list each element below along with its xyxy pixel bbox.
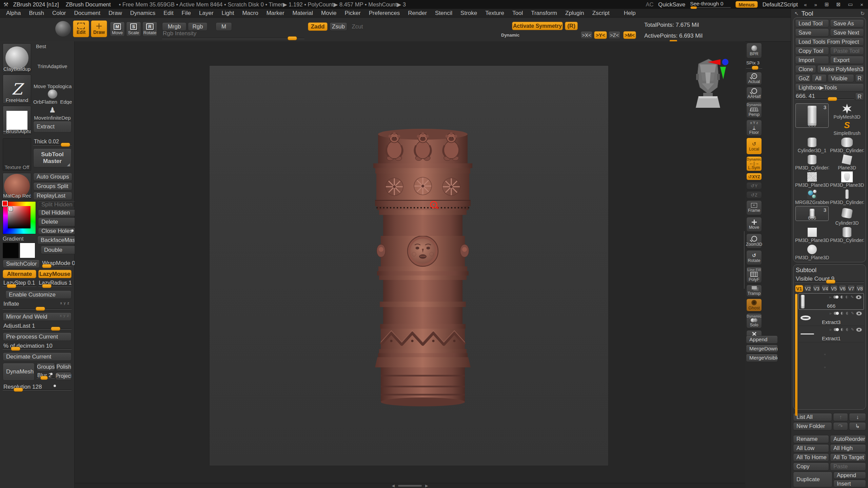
color-picker[interactable] — [3, 201, 36, 234]
save-as-button[interactable]: Save As — [830, 19, 864, 27]
folder-redo-button[interactable]: ↷ — [833, 422, 848, 430]
clone-button[interactable]: Clone — [795, 65, 816, 73]
menu-tool[interactable]: Tool — [508, 9, 527, 17]
tray-scrollbar[interactable] — [744, 231, 745, 289]
copy-subtool-button[interactable]: Copy — [793, 463, 829, 471]
decimate-current-button[interactable]: Decimate Current — [3, 352, 72, 361]
mirror-and-weld-button[interactable]: Mirror And Weld x y z — [3, 312, 72, 321]
bottom-scrollbar[interactable]: ◀ ▶ — [75, 483, 745, 488]
enable-customize-button[interactable]: Enable Customize — [5, 290, 72, 299]
decimation-slider[interactable]: % of decimation 10 — [3, 342, 72, 351]
menu-help[interactable]: Help — [620, 9, 640, 17]
vtab-v3[interactable]: V3 — [812, 285, 821, 292]
close-button[interactable]: × — [859, 2, 865, 7]
tool-thumb-666-active[interactable]: 3 666 — [795, 103, 829, 136]
mergevisible-quick-button[interactable]: MergeVisible — [746, 354, 778, 362]
move-mode-button[interactable]: M Move — [110, 22, 125, 37]
uv-icon[interactable] — [841, 312, 844, 315]
menu-picker[interactable]: Picker — [340, 9, 364, 17]
symmetry-y-button[interactable]: >Y< — [594, 31, 607, 39]
menu-transform[interactable]: Transform — [527, 9, 561, 17]
sculpt-brush-icon[interactable]: ✎ — [851, 327, 854, 332]
tool-thumb-cylinder3d1[interactable]: Cylinder3D_1 — [795, 137, 829, 153]
subtool-scrollbar[interactable] — [795, 294, 797, 416]
tool-thumb-cylinder3d[interactable]: Cylinder3D — [830, 206, 864, 226]
polypaint-icon[interactable] — [834, 328, 839, 331]
zadd-button[interactable]: Zadd — [308, 22, 328, 31]
tool-thumb-simplebrush[interactable]: S — [830, 120, 864, 130]
save-button[interactable]: Save — [795, 28, 829, 37]
menu-texture[interactable]: Texture — [481, 9, 508, 17]
sculpt-brush-icon[interactable]: ✎ — [851, 295, 854, 299]
ghost-button[interactable]: Ghost — [746, 299, 762, 311]
rgb-intensity-slider[interactable]: Rgb Intensity — [162, 30, 304, 41]
goz-r-button[interactable]: R — [855, 74, 864, 82]
lazystep-slider[interactable]: LazyStep 0.1 — [3, 280, 36, 288]
load-tools-from-project-button[interactable]: Load Tools From Project — [795, 38, 864, 46]
bpr-button[interactable]: BPR — [746, 43, 762, 58]
visible-count-handle[interactable] — [826, 280, 835, 284]
displacement-icon[interactable] — [846, 328, 849, 331]
local-button[interactable]: ↺ Local — [746, 138, 762, 155]
insert-button[interactable]: Insert — [833, 480, 866, 487]
menu-draw[interactable]: Draw — [104, 9, 126, 17]
menu-render[interactable]: Render — [404, 9, 431, 17]
tool-thumb-pm3dplane-a[interactable]: PM3D_Plane3D — [795, 171, 829, 188]
tool-thumb-pm3dcylinder-b[interactable]: PM3D_Cylinder3 — [795, 154, 829, 170]
preprocess-current-button[interactable]: Pre-process Current — [3, 332, 72, 341]
uv-icon[interactable] — [841, 296, 844, 299]
menu-stroke[interactable]: Stroke — [456, 9, 481, 17]
tool-thumb-pm3dplane-b[interactable]: PM3D_Plane3D_ — [830, 171, 864, 188]
tool-thumb-pm3dplane-c[interactable]: PM3D_Plane3D_ — [795, 227, 829, 243]
aahalf-button[interactable]: AAHalf — [746, 87, 762, 100]
symmetry-r-button[interactable]: (R) — [565, 22, 578, 30]
thick-handle[interactable] — [61, 143, 70, 147]
wrapmode-handle[interactable] — [42, 264, 52, 268]
append-button[interactable]: Append — [833, 472, 866, 479]
tool-thumb-pm3dplane-d[interactable]: PM3D_Plane3D_ — [795, 244, 829, 260]
activate-symmetry-button[interactable]: Activate Symmetry — [512, 22, 563, 30]
vtab-v2[interactable]: V2 — [804, 285, 812, 292]
displacement-icon[interactable] — [846, 312, 849, 315]
auto-groups-button[interactable]: Auto Groups — [33, 173, 72, 181]
brush-freehand-thumbnail[interactable]: Z FreeHand — [3, 75, 31, 104]
brush-orbflatten-thumbnail[interactable] — [48, 89, 57, 99]
menu-preferences[interactable]: Preferences — [365, 9, 404, 17]
frame-button[interactable]: Frame — [746, 200, 762, 215]
edit-mode-button[interactable]: Edit — [73, 20, 89, 37]
autoreorder-button[interactable]: AutoReorder — [830, 435, 866, 443]
zsub-button[interactable]: Zsub — [330, 22, 347, 31]
rename-button[interactable]: Rename — [793, 435, 829, 443]
scale-mode-button[interactable]: S Scale — [126, 22, 141, 37]
move-subtool-up-button[interactable]: ↑ — [833, 413, 848, 421]
subtool-row-extract3[interactable]: ▹ ✎ Extract3 — [798, 310, 864, 326]
load-tool-button[interactable]: Load Tool — [795, 19, 829, 27]
adjustlast-slider[interactable]: AdjustLast 1 — [3, 322, 72, 331]
lightbox-tools-button[interactable]: Lightbox▶Tools — [795, 83, 864, 92]
matcap-redwax-thumbnail[interactable]: MatCap Red Wax — [3, 173, 31, 199]
polyframe-button[interactable]: Line Fill PolyF — [746, 267, 762, 283]
tool-thumb-666-small[interactable]: 3 666 — [795, 206, 829, 226]
secondary-color-swatch[interactable] — [3, 243, 19, 258]
vtab-v8[interactable]: V8 — [856, 285, 864, 292]
menu-movie[interactable]: Movie — [317, 9, 340, 17]
tray-right-icon[interactable]: » — [813, 2, 818, 7]
texture-off-thumbnail[interactable]: Texture Off — [3, 138, 31, 171]
adjustlast-handle[interactable] — [51, 327, 60, 331]
rotate-y-button[interactable]: ↺ Y — [746, 182, 762, 189]
tool-r-button[interactable]: R — [855, 93, 864, 101]
export-button[interactable]: Export — [830, 56, 864, 64]
menu-macro[interactable]: Macro — [238, 9, 262, 17]
default-zscript-button[interactable]: DefaultZScript — [763, 1, 798, 8]
lazyradius-handle[interactable] — [42, 284, 52, 288]
actual-button[interactable]: x1 Actual — [746, 72, 762, 85]
extract-button[interactable]: Extract — [33, 121, 72, 133]
solo-button[interactable]: Dynamic Solo — [746, 313, 762, 328]
camview-head[interactable] — [685, 56, 732, 112]
replay-last-button[interactable]: ReplayLast — [33, 192, 72, 200]
polypaint-icon[interactable] — [834, 312, 839, 315]
brush-claybuildup-thumbnail[interactable]: ClayBuildup — [3, 43, 31, 73]
palette-refresh-icon[interactable]: ↻ — [860, 11, 865, 17]
persp-button[interactable]: Dynamic Persp — [746, 102, 762, 118]
subtool-row-extract1[interactable]: ▹ ✎ Extract1 — [798, 326, 864, 342]
